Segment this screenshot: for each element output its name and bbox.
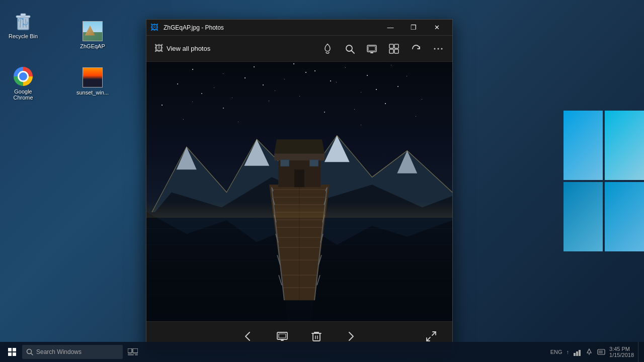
slideshow-button[interactable] bbox=[362, 39, 382, 59]
svg-point-17 bbox=[438, 48, 439, 49]
maximize-button[interactable]: ❐ bbox=[402, 20, 425, 36]
recycle-bin-icon[interactable]: Recycle Bin bbox=[3, 9, 43, 41]
taskbar: Search Windows ENG ↑ 3:45 PM1/15/2018 bbox=[0, 342, 644, 362]
chrome-icon-desktop[interactable]: Google Chrome bbox=[3, 64, 43, 103]
svg-rect-87 bbox=[579, 350, 581, 356]
minimize-button[interactable]: — bbox=[379, 20, 402, 36]
svg-rect-84 bbox=[135, 354, 138, 355]
svg-rect-11 bbox=[370, 52, 373, 53]
zhgeqap-image bbox=[83, 21, 103, 41]
start-button[interactable] bbox=[2, 342, 22, 362]
svg-line-3 bbox=[20, 19, 21, 28]
svg-rect-78 bbox=[13, 352, 16, 356]
svg-rect-82 bbox=[133, 348, 138, 353]
svg-point-18 bbox=[441, 48, 443, 49]
view-all-photos-button[interactable]: 🖼 View all photos bbox=[150, 41, 214, 56]
svg-rect-85 bbox=[574, 353, 576, 356]
svg-rect-66 bbox=[310, 160, 318, 166]
svg-rect-6 bbox=[327, 44, 329, 45]
sunset-label: sunset_win... bbox=[76, 89, 109, 96]
recycle-bin-image bbox=[13, 11, 33, 31]
photo-display bbox=[146, 62, 452, 321]
windows-logo bbox=[564, 111, 644, 251]
window-title: ZhGEqAP.jpg - Photos bbox=[162, 24, 379, 31]
task-view-button[interactable] bbox=[123, 342, 143, 362]
window-controls: — ❐ ✕ bbox=[379, 20, 448, 36]
zoom-button[interactable] bbox=[340, 39, 360, 59]
svg-rect-76 bbox=[13, 348, 16, 351]
svg-rect-69 bbox=[281, 340, 284, 341]
svg-rect-2 bbox=[21, 14, 26, 16]
svg-marker-88 bbox=[587, 349, 591, 353]
add-to-album-button[interactable] bbox=[317, 39, 338, 59]
svg-rect-10 bbox=[368, 46, 375, 51]
sunset-win-icon[interactable]: sunset_win... bbox=[72, 65, 113, 98]
chrome-label: Google Chrome bbox=[5, 88, 41, 101]
svg-line-5 bbox=[26, 19, 26, 28]
svg-line-74 bbox=[427, 337, 430, 341]
more-button[interactable] bbox=[428, 39, 448, 59]
svg-rect-15 bbox=[394, 49, 398, 53]
desktop: Recycle Bin ZhGEqAP Google Chrome sunset… bbox=[0, 0, 644, 362]
toolbar-left: 🖼 View all photos bbox=[150, 41, 317, 56]
toolbar: 🖼 View all photos bbox=[146, 36, 452, 62]
system-tray: ENG ↑ 3:45 PM1/15/2018 bbox=[550, 346, 638, 358]
svg-point-16 bbox=[434, 48, 436, 49]
chrome-image bbox=[13, 66, 33, 86]
recycle-bin-label: Recycle Bin bbox=[9, 33, 38, 39]
title-bar: 🖼 ZhGEqAP.jpg - Photos — ❐ ✕ bbox=[146, 20, 452, 36]
svg-line-73 bbox=[432, 332, 436, 335]
svg-rect-86 bbox=[576, 351, 578, 356]
svg-rect-91 bbox=[599, 350, 603, 353]
svg-rect-83 bbox=[128, 354, 134, 355]
rotate-button[interactable] bbox=[406, 39, 426, 59]
svg-rect-65 bbox=[281, 160, 289, 166]
svg-rect-62 bbox=[294, 169, 304, 187]
toolbar-icons bbox=[317, 39, 448, 59]
zhgeqap-label: ZhGEqAP bbox=[80, 43, 105, 49]
svg-marker-61 bbox=[274, 139, 325, 153]
svg-rect-12 bbox=[389, 44, 393, 48]
svg-rect-13 bbox=[394, 44, 398, 48]
svg-rect-75 bbox=[8, 348, 12, 351]
svg-rect-68 bbox=[279, 334, 286, 338]
photos-app-icon: 🖼 bbox=[150, 23, 158, 32]
sunset-image bbox=[83, 67, 103, 87]
svg-rect-77 bbox=[8, 352, 12, 356]
svg-rect-70 bbox=[313, 333, 320, 341]
edit-button[interactable] bbox=[384, 39, 404, 59]
svg-rect-81 bbox=[128, 348, 132, 353]
photos-icon: 🖼 bbox=[154, 43, 164, 54]
view-all-label: View all photos bbox=[167, 45, 210, 52]
svg-rect-60 bbox=[274, 153, 325, 160]
photo-scene bbox=[146, 62, 452, 321]
close-button[interactable]: ✕ bbox=[425, 20, 448, 36]
svg-line-80 bbox=[31, 353, 33, 355]
photos-window: 🖼 ZhGEqAP.jpg - Photos — ❐ ✕ 🖼 Vi bbox=[146, 19, 453, 351]
svg-rect-14 bbox=[389, 49, 393, 53]
search-bar[interactable]: Search Windows bbox=[22, 345, 123, 359]
zhgeqap-icon[interactable]: ZhGEqAP bbox=[72, 19, 113, 51]
show-desktop-button[interactable] bbox=[638, 342, 642, 362]
svg-line-8 bbox=[352, 50, 355, 53]
